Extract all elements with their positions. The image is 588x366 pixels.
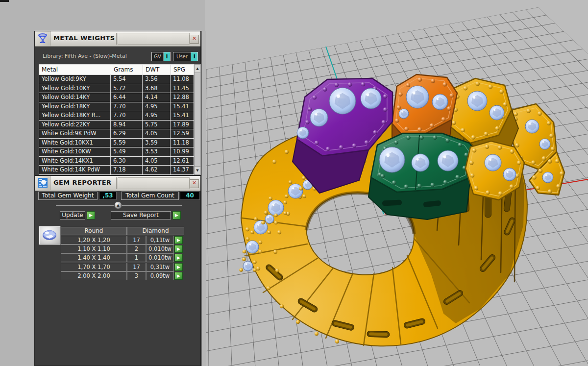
table-row[interactable]: Yellow Gold:22KY 8.94 5.75 17.89 — [39, 121, 194, 130]
gem-type-header: Diamond — [127, 227, 184, 235]
metal-weights-titlebar[interactable]: METAL WEIGHTS ✕ — [35, 31, 200, 47]
spg-value: 12.88 — [171, 93, 194, 102]
gem-row[interactable]: 1,10 X 1,10 2 0,010tw ▶ — [61, 244, 208, 253]
diamond-gem[interactable] — [297, 127, 309, 139]
table-row[interactable]: Yellow Gold:18KY R... 7.70 4.95 15.41 — [39, 111, 194, 121]
grams-value: 6.44 — [111, 93, 143, 102]
table-row[interactable]: Yellow Gold:10KY 5.72 3.68 11.45 — [39, 84, 194, 94]
diamond-gem[interactable] — [329, 88, 356, 114]
grams-value: 5.49 — [111, 147, 143, 156]
gem-weight: 0,010tw — [146, 253, 174, 262]
gem-report-icon — [35, 176, 50, 190]
diamond-gem[interactable] — [542, 172, 553, 183]
metal-name: White Gold:10KX1 — [39, 139, 111, 147]
dwt-value: 4.05 — [143, 129, 171, 138]
titlebar-inset — [118, 33, 190, 45]
diamond-gem[interactable] — [379, 147, 405, 172]
table-row[interactable]: White Gold:9K PdW 6.29 4.05 12.59 — [39, 129, 194, 139]
diamond-gem[interactable] — [265, 215, 274, 223]
diamond-gem[interactable] — [243, 261, 253, 271]
diamond-gem[interactable] — [246, 241, 259, 253]
diamond-gem[interactable] — [490, 105, 504, 120]
spg-value: 12.59 — [171, 129, 194, 138]
diamond-gem[interactable] — [485, 154, 501, 171]
gem-row[interactable]: 1,40 X 1,40 1 0,010tw ▶ — [61, 253, 208, 262]
table-row[interactable]: Yellow Gold:14KY 6.44 4.14 12.88 — [39, 93, 194, 102]
metal-name: Yellow Gold:14KY — [39, 93, 111, 102]
diamond-gem[interactable] — [254, 220, 268, 234]
diamond-gem[interactable] — [525, 120, 539, 133]
gem-weight: 0,11tw — [146, 236, 174, 244]
metal-name: White Gold:9K PdW — [39, 129, 111, 138]
total-gem-weight-value: ,53 — [99, 192, 117, 200]
panel-dock-edge[interactable] — [201, 31, 206, 366]
gem-row-run-icon[interactable]: ▶ — [174, 263, 183, 271]
dwt-value: 3.59 — [143, 139, 171, 147]
gem-row-run-icon[interactable]: ▶ — [174, 236, 183, 244]
table-row[interactable]: White Gold:10KX1 5.59 3.59 11.18 — [39, 139, 194, 148]
green-head-segment[interactable] — [368, 133, 474, 220]
gem-weight: 0,09tw — [146, 271, 174, 280]
diamond-gem[interactable] — [288, 184, 303, 198]
save-report-run-icon[interactable]: ▶ — [172, 211, 181, 220]
gem-row[interactable]: 1,20 X 1,20 17 0,11tw ▶ — [61, 236, 208, 244]
grams-value: 5.72 — [111, 84, 143, 93]
update-button[interactable]: Update — [60, 211, 85, 220]
update-run-icon[interactable]: ▶ — [87, 211, 95, 220]
scroll-down-icon[interactable]: ▼ — [195, 166, 200, 174]
diamond-gem[interactable] — [539, 139, 550, 149]
diamond-gem[interactable] — [503, 168, 516, 181]
table-row[interactable]: White Gold:10KW 5.49 3.53 10.99 — [39, 147, 194, 157]
table-row[interactable]: White Gold:14KX1 6.30 4.05 12.61 — [39, 157, 194, 166]
spg-value: 12.61 — [171, 157, 194, 166]
gem-row-run-icon[interactable]: ▶ — [174, 245, 183, 253]
close-icon[interactable]: ✕ — [190, 35, 199, 44]
diamond-gem[interactable] — [467, 91, 487, 111]
diamond-gem[interactable] — [361, 88, 381, 109]
grams-value: 6.30 — [111, 157, 143, 166]
gem-size: 1,10 X 1,10 — [61, 244, 127, 253]
diamond-gem[interactable] — [406, 86, 429, 108]
table-row[interactable]: Yellow Gold:18KY 7.70 4.95 15.41 — [39, 102, 194, 112]
dwt-value: 3.53 — [143, 147, 171, 156]
gem-reporter-titlebar[interactable]: GEM REPORTER ✕ — [35, 176, 200, 191]
table-row[interactable]: White Gold:14K PdW 7.18 4.62 14.37 — [39, 166, 194, 175]
scroll-up-icon[interactable]: ▲ — [195, 65, 200, 73]
diamond-gem[interactable] — [399, 109, 409, 119]
metal-table-header: Metal Grams DWT SPG — [39, 64, 194, 75]
gem-row-run-icon[interactable]: ▶ — [174, 254, 183, 262]
metal-table: Yellow Gold:9KY 5.54 3.56 11.08 Yellow G… — [39, 75, 194, 175]
close-icon[interactable]: ✕ — [190, 179, 199, 188]
diamond-gem[interactable] — [268, 200, 284, 216]
titlebar-inset — [118, 177, 190, 189]
diamond-gem[interactable] — [438, 150, 458, 171]
panel-title: METAL WEIGHTS — [53, 34, 115, 42]
gem-row[interactable]: 1,70 X 1,70 17 0,31tw ▶ — [61, 263, 208, 271]
diamond-gem[interactable] — [432, 94, 448, 110]
gem-thumbnail[interactable] — [39, 226, 60, 244]
gem-table: 1,20 X 1,20 17 0,11tw ▶ 1,10 X 1,10 2 0,… — [61, 236, 208, 280]
gem-row[interactable]: 2,00 X 2,00 3 0,09tw ▶ — [61, 271, 208, 280]
table-row[interactable]: Yellow Gold:9KY 5.54 3.56 11.08 — [39, 75, 194, 84]
viewport-3d[interactable] — [205, 0, 588, 366]
gv-toggle[interactable]: GV I — [151, 52, 171, 61]
grams-value: 5.54 — [111, 75, 143, 84]
gem-weight: 0,31tw — [146, 263, 174, 271]
save-report-button[interactable]: Save Report — [111, 211, 171, 220]
user-toggle-switch[interactable]: I — [191, 52, 197, 61]
diamond-gem[interactable] — [310, 109, 328, 126]
collapse-knob[interactable]: ▲ — [114, 201, 122, 209]
metal-name: White Gold:14KX1 — [39, 157, 111, 166]
gem-row-run-icon[interactable]: ▶ — [174, 272, 183, 280]
user-toggle[interactable]: User I — [173, 52, 198, 61]
gem-shape-header: Round — [61, 227, 127, 235]
total-gem-count-label: Total Gem Count — [121, 192, 179, 200]
dwt-value: 4.14 — [143, 93, 171, 102]
metal-name: White Gold:14K PdW — [39, 166, 111, 174]
diamond-gem[interactable] — [412, 154, 429, 171]
gem-weight: 0,010tw — [146, 244, 174, 253]
gv-toggle-switch[interactable]: I — [163, 52, 170, 61]
ring-scene[interactable] — [205, 0, 588, 366]
table-scrollbar[interactable]: ▲ ▼ — [194, 64, 201, 175]
gem-reporter-panel: GEM REPORTER ✕ Total Gem Weight ,53 Tota… — [34, 175, 201, 366]
